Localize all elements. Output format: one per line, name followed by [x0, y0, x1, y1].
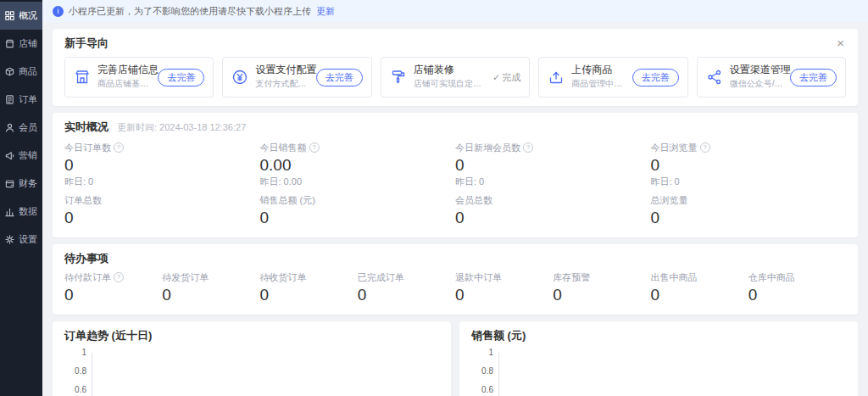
metric-value: 0: [553, 286, 650, 304]
guide-step-title: 设置支付配置: [255, 64, 309, 75]
sidebar-item-overview[interactable]: 概况: [0, 2, 42, 30]
guide-step-desc: 支付方式配置(支付宝/微信): [255, 78, 309, 90]
sidebar: 概况 店铺 商品 订单 会员: [0, 0, 42, 396]
metric-label: 仓库中商品: [748, 272, 795, 282]
step-done-label: 完成: [502, 71, 520, 84]
metric-value: 0: [162, 286, 259, 304]
todo-pending-receipt: 待收货订单 0: [260, 272, 358, 306]
metric-yesterday: 昨日: 0.00: [260, 176, 456, 187]
charts-row: 订单趋势 (近十日) 1 0.8 0.6 0.4 0.2 0 销售额 (元) 1…: [53, 321, 858, 396]
update-time: 更新时间: 2024-03-18 12:36:27: [117, 121, 246, 134]
sidebar-item-marketing[interactable]: 营销: [0, 142, 42, 170]
metric-label: 待发货订单: [162, 272, 209, 282]
guide-step-desc: 微信公众号/微信小程序: [730, 78, 783, 90]
metric-value: 0: [260, 209, 456, 227]
metric-value: 0: [260, 286, 358, 304]
metric-total-orders: 订单总数 0: [64, 195, 260, 229]
guide-step-desc: 商品店铺基础信息等: [97, 78, 151, 90]
guide-step-decorate: 店铺装修 店铺可实现自定义精致装修 ✓ 完成: [381, 57, 530, 98]
dashboard-icon: [4, 10, 15, 21]
sidebar-item-label: 财务: [19, 177, 37, 190]
step-done-status: ✓ 完成: [492, 71, 520, 84]
metric-today-orders: 今日订单数? 0 昨日: 0: [64, 142, 260, 187]
y-axis-tick: 1: [488, 349, 493, 357]
sidebar-item-data[interactable]: 数据: [0, 198, 42, 226]
guide-card: 新手导向 × 完善店铺信息 商品店铺基础信息等 去完善: [53, 29, 858, 106]
metric-label: 库存预警: [553, 272, 590, 282]
todo-stock-warning: 库存预警 0: [553, 272, 650, 306]
guide-step-title: 完善店铺信息: [97, 64, 151, 75]
close-icon[interactable]: ×: [835, 37, 846, 48]
info-icon[interactable]: ?: [114, 272, 124, 282]
metric-value: 0: [651, 209, 847, 227]
sidebar-item-label: 商品: [19, 65, 37, 78]
upload-icon: [548, 69, 565, 86]
info-icon[interactable]: ?: [700, 142, 710, 153]
todo-completed-orders: 已完成订单 0: [358, 272, 455, 306]
notice-bar: i 小程序已更新，为了不影响您的使用请尽快下载小程序上传 更新: [42, 0, 868, 22]
sidebar-item-label: 数据: [19, 205, 37, 218]
content-area: 新手导向 × 完善店铺信息 商品店铺基础信息等 去完善: [42, 22, 868, 396]
info-icon: i: [53, 6, 64, 17]
info-icon[interactable]: ?: [114, 142, 124, 153]
info-icon[interactable]: ?: [309, 142, 320, 153]
member-icon: [4, 122, 15, 133]
metric-value: 0: [455, 286, 553, 304]
todo-card: 待办事项 待付款订单? 0 待发货订单 0 待收货订单 0: [53, 244, 858, 315]
app-window: 概况 店铺 商品 订单 会员: [0, 0, 868, 396]
sidebar-item-orders[interactable]: 订单: [0, 86, 42, 114]
metric-total-members: 会员总数 0: [455, 195, 651, 229]
todo-pending-payment: 待付款订单? 0: [64, 272, 162, 306]
sidebar-item-finance[interactable]: 财务: [0, 170, 42, 198]
metric-value: 0: [651, 286, 748, 304]
sidebar-item-members[interactable]: 会员: [0, 114, 42, 142]
complete-button[interactable]: 去完善: [790, 69, 837, 86]
metric-label: 今日订单数: [64, 142, 111, 153]
update-link[interactable]: 更新: [316, 5, 335, 18]
info-icon[interactable]: ?: [523, 142, 533, 153]
metric-value: 0: [651, 156, 847, 175]
metric-label: 今日新增会员数: [455, 142, 520, 153]
metric-total-pageviews: 总浏览量 0: [651, 195, 847, 229]
metric-label: 今日浏览量: [651, 142, 698, 153]
y-axis-tick: 0.6: [481, 386, 493, 394]
metric-label: 今日销售额: [260, 142, 307, 153]
sidebar-item-shop[interactable]: 店铺: [0, 30, 42, 58]
metric-label: 销售总额 (元): [260, 195, 315, 205]
sidebar-item-label: 概况: [19, 9, 37, 22]
complete-button[interactable]: 去完善: [316, 69, 363, 86]
sidebar-item-goods[interactable]: 商品: [0, 58, 42, 86]
sidebar-item-label: 店铺: [19, 37, 37, 50]
guide-step-desc: 商品管理中添加商品上传: [571, 78, 625, 90]
metric-value: 0: [455, 209, 651, 227]
complete-button[interactable]: 去完善: [158, 69, 204, 86]
guide-card-title: 新手导向: [64, 37, 108, 48]
todo-card-title: 待办事项: [64, 253, 846, 264]
y-axis-tick: 0.6: [75, 386, 86, 394]
metric-value: 0: [748, 286, 846, 304]
metric-value: 0: [64, 286, 162, 304]
total-metrics: 订单总数 0 销售总额 (元) 0 会员总数 0 总浏览量 0: [64, 195, 846, 229]
orders-trend-chart-card: 订单趋势 (近十日) 1 0.8 0.6 0.4 0.2 0: [53, 321, 451, 396]
goods-icon: [4, 66, 15, 77]
y-axis-tick: 0.8: [481, 367, 493, 376]
metric-value: 0: [64, 209, 260, 227]
orders-trend-plot: 1 0.8 0.6 0.4 0.2 0: [92, 353, 431, 396]
complete-button[interactable]: 去完善: [632, 69, 679, 86]
guide-step-desc: 店铺可实现自定义精致装修: [414, 78, 486, 90]
y-axis-tick: 1: [81, 349, 86, 357]
sales-plot: 1 0.8 0.6 0.4 0.2 0: [498, 353, 837, 396]
metric-total-sales: 销售总额 (元) 0: [260, 195, 456, 229]
sidebar-item-label: 订单: [19, 93, 37, 106]
metric-today-pageviews: 今日浏览量? 0 昨日: 0: [651, 142, 847, 187]
todo-warehouse-goods: 仓库中商品 0: [748, 272, 846, 306]
metric-value: 0.00: [260, 156, 456, 175]
metric-today-new-members: 今日新增会员数? 0 昨日: 0: [455, 142, 651, 187]
guide-step-title: 设置渠道管理: [730, 64, 783, 75]
shop-icon: [4, 38, 15, 49]
sidebar-item-settings[interactable]: 设置: [0, 226, 42, 254]
sales-chart-title: 销售额 (元): [471, 330, 846, 341]
metric-label: 总浏览量: [651, 195, 688, 205]
payment-icon: [231, 69, 248, 86]
metric-label: 会员总数: [455, 195, 492, 205]
